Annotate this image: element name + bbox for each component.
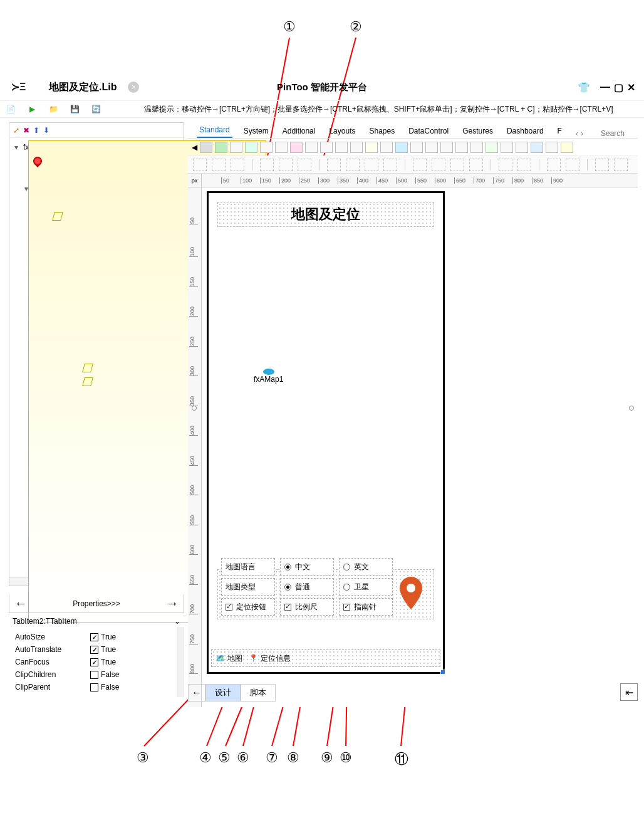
align-center-v-icon[interactable]: [279, 159, 293, 171]
flip-v-icon[interactable]: [614, 159, 628, 171]
tool-10-icon[interactable]: [335, 142, 348, 153]
collapse-prop-icon[interactable]: ⌄: [174, 617, 180, 626]
checkbox-icon[interactable]: [90, 671, 98, 679]
send-back-icon[interactable]: [566, 159, 579, 171]
tool-6-icon[interactable]: [275, 142, 288, 153]
tool-15-icon[interactable]: [410, 142, 423, 153]
tool-17-icon[interactable]: [440, 142, 453, 153]
bring-front-icon[interactable]: [547, 159, 561, 171]
align-bottom-icon[interactable]: [298, 159, 311, 171]
radio-en[interactable]: 英文: [339, 558, 393, 576]
design-view-tab[interactable]: 设计: [205, 684, 241, 702]
align-top-icon[interactable]: [260, 159, 274, 171]
tool-4-icon[interactable]: [245, 142, 257, 153]
palette-prev-icon[interactable]: ‹: [576, 129, 578, 138]
tool-pointer-icon[interactable]: [200, 142, 212, 153]
tool-25-icon[interactable]: [561, 142, 573, 153]
title-rectangle[interactable]: 地图及定位: [217, 202, 434, 227]
tool-12-icon[interactable]: [365, 142, 378, 153]
checkbox-icon[interactable]: [90, 683, 98, 691]
right-collapse-button[interactable]: ⇤: [620, 683, 638, 701]
expand-icon[interactable]: ⤢: [13, 126, 19, 135]
prop-AutoSize[interactable]: AutoSize✓True: [15, 631, 178, 643]
tool-16-icon[interactable]: [425, 142, 438, 153]
palette-tab-standard[interactable]: Standard: [197, 123, 232, 138]
palette-next-icon[interactable]: ›: [581, 129, 583, 138]
checkbox-icon[interactable]: ✓: [90, 646, 98, 654]
tool-21-icon[interactable]: [501, 142, 513, 153]
run-icon[interactable]: ▶: [25, 102, 39, 116]
same-width-icon[interactable]: [365, 159, 378, 171]
palette-tab-gestures[interactable]: Gestures: [460, 124, 496, 138]
checkbox-icon[interactable]: ✓: [90, 658, 98, 666]
checkbox-icon[interactable]: ✓: [90, 633, 98, 641]
center-v-parent-icon[interactable]: [517, 159, 531, 171]
prop-ClipParent[interactable]: ClipParentFalse: [15, 681, 178, 693]
tool-22-icon[interactable]: [516, 142, 528, 153]
check-compass[interactable]: 指南针: [339, 598, 393, 616]
collapse-icon[interactable]: ✖: [23, 126, 29, 135]
prop-AutoTranslate[interactable]: AutoTranslate✓True: [15, 643, 178, 656]
radio-normal[interactable]: 普通: [280, 578, 334, 596]
distribute-h-icon[interactable]: [327, 159, 341, 171]
palette-tab-dashboard[interactable]: Dashboard: [504, 124, 546, 138]
tool-3-icon[interactable]: [230, 142, 242, 153]
tool-11-icon[interactable]: [350, 142, 363, 153]
guide-handle-right[interactable]: [629, 406, 634, 411]
open-icon[interactable]: 📁: [46, 102, 60, 116]
tool-8-icon[interactable]: [305, 142, 318, 153]
align-right-icon[interactable]: [231, 159, 244, 171]
align-left-icon[interactable]: [193, 159, 207, 171]
new-icon[interactable]: 📄: [4, 102, 18, 116]
tree-node-root[interactable]: ▾fxRunFrame: [13, 140, 182, 154]
tool-7-icon[interactable]: [290, 142, 303, 153]
same-height-icon[interactable]: [383, 159, 397, 171]
palette-tab-shapes[interactable]: Shapes: [366, 124, 397, 138]
tool-18-icon[interactable]: [455, 142, 468, 153]
resize-handle[interactable]: [440, 670, 445, 675]
close-document-button[interactable]: ×: [128, 81, 139, 93]
prop-ClipChildren[interactable]: ClipChildrenFalse: [15, 668, 178, 681]
theme-icon[interactable]: 👕: [578, 81, 590, 93]
footer-back-button[interactable]: ←: [188, 684, 205, 702]
close-button[interactable]: ✕: [627, 81, 635, 93]
tool-24-icon[interactable]: [546, 142, 558, 153]
amap-object[interactable]: fxAMap1: [254, 369, 283, 384]
back-palette-icon[interactable]: ◀: [192, 143, 197, 152]
group-icon[interactable]: [450, 159, 464, 171]
palette-search-input[interactable]: [601, 129, 644, 138]
tool-13-icon[interactable]: [380, 142, 393, 153]
align-center-h-icon[interactable]: [212, 159, 226, 171]
upload-icon[interactable]: 🔄: [89, 102, 103, 116]
prop-v-scrollbar[interactable]: [177, 627, 184, 697]
ungroup-icon[interactable]: [469, 159, 483, 171]
prev-prop-button[interactable]: ←: [9, 596, 32, 611]
run-frame[interactable]: 地图及定位 fxAMap1 地图语言 中文 英文 地图类型 普通 卫星 定位按钮…: [207, 191, 445, 674]
save-icon[interactable]: 💾: [68, 102, 81, 116]
space-h-icon[interactable]: [413, 159, 427, 171]
flip-h-icon[interactable]: [595, 159, 609, 171]
distribute-v-icon[interactable]: [346, 159, 360, 171]
radio-sat[interactable]: 卫星: [339, 578, 393, 596]
tool-19-icon[interactable]: [470, 142, 483, 153]
script-view-tab[interactable]: 脚本: [241, 684, 276, 702]
super-button-pin[interactable]: [398, 577, 424, 609]
tool-20-icon[interactable]: [486, 142, 498, 153]
properties-link[interactable]: Properties>>>: [73, 599, 120, 608]
maximize-button[interactable]: ▢: [614, 81, 623, 93]
component-tree[interactable]: ▾fxRunFramefxAMap1fxRectangle1▾fxLayout1…: [9, 138, 184, 577]
tool-14-icon[interactable]: [395, 142, 408, 153]
space-v-icon[interactable]: [432, 159, 445, 171]
down-icon[interactable]: ⬇: [43, 126, 49, 135]
tool-9-icon[interactable]: [320, 142, 333, 153]
tool-ok-icon[interactable]: [215, 142, 227, 153]
center-h-parent-icon[interactable]: [499, 159, 512, 171]
up-icon[interactable]: ⬆: [33, 126, 39, 135]
prop-CanFocus[interactable]: CanFocus✓True: [15, 656, 178, 668]
tool-5-icon[interactable]: [260, 142, 273, 153]
check-scale[interactable]: 比例尺: [280, 598, 334, 616]
tool-23-icon[interactable]: [531, 142, 543, 153]
palette-tab-datacontrol[interactable]: DataControl: [406, 124, 451, 138]
palette-tab-additional[interactable]: Additional: [280, 124, 318, 138]
next-prop-button[interactable]: →: [161, 596, 184, 611]
